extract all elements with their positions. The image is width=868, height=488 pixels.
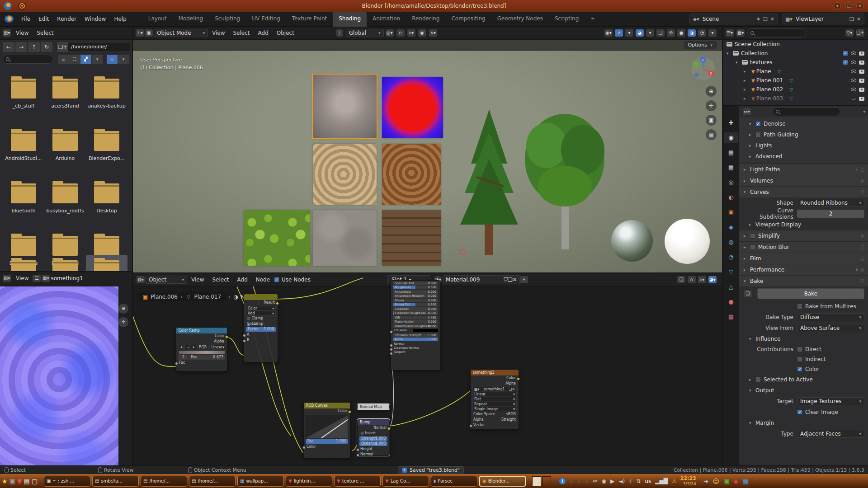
- taskbar-window-button[interactable]: ▤ /home/...: [189, 476, 236, 487]
- shape-dropdown[interactable]: Rounded Ribbons▾: [797, 199, 864, 207]
- bake-section[interactable]: ▾Bake⣿: [739, 275, 868, 286]
- performance-section[interactable]: ▸Performance⠿ ⣿: [739, 264, 868, 275]
- info-tray-icon[interactable]: i: [559, 478, 566, 484]
- up-button[interactable]: ↑: [28, 42, 40, 52]
- outliner-row-plane002[interactable]: ▸▼ Plane.002▽: [723, 85, 868, 94]
- advanced-row[interactable]: ▸Advanced: [739, 151, 868, 162]
- smiley-icon[interactable]: ☺: [713, 478, 720, 485]
- texture-plane-wood-rings-light[interactable]: [313, 144, 377, 205]
- pivot-dropdown[interactable]: ◎▾: [386, 29, 394, 37]
- folder-item[interactable]: acers3fand: [44, 73, 86, 126]
- viewport-canvas[interactable]: User Perspective (1) Collection | Plane.…: [133, 51, 722, 272]
- editor-type-icon[interactable]: ☰▾: [726, 29, 734, 37]
- zoom-icon[interactable]: ⊕: [118, 304, 128, 314]
- path-guiding-checkbox[interactable]: [755, 132, 761, 137]
- taskbar-window-button[interactable]: ◉ Blender...: [479, 476, 526, 487]
- margin-type-dropdown[interactable]: Adjacent Faces▾: [797, 430, 864, 438]
- shading-solid-button[interactable]: ●: [677, 29, 685, 37]
- image-view-menu[interactable]: View: [12, 274, 33, 283]
- forward-button[interactable]: →: [15, 42, 27, 52]
- folder-item[interactable]: _cb_stuff: [3, 73, 44, 126]
- workspace-tab[interactable]: Layout: [142, 12, 173, 27]
- white-sphere[interactable]: [665, 219, 710, 264]
- record-icon[interactable]: ◉: [602, 478, 606, 484]
- direct-checkbox[interactable]: [797, 347, 802, 352]
- light-paths-section[interactable]: ▸Light Paths⠿ ⣿: [739, 164, 868, 175]
- warning-icon[interactable]: ⚠: [672, 478, 677, 484]
- menu-item[interactable]: Object: [273, 28, 298, 38]
- tray-icon[interactable]: ▪: [577, 478, 581, 484]
- selected-to-active-checkbox[interactable]: [755, 377, 761, 382]
- curve-subdivisions-field[interactable]: 2: [797, 210, 864, 218]
- breadcrumb-object[interactable]: Plane.006: [151, 294, 178, 300]
- viewport-display-row[interactable]: ▸Viewport Display: [739, 219, 868, 230]
- file-search-input[interactable]: [3, 55, 53, 64]
- navigation-gizmo[interactable]: Z X: [690, 56, 716, 81]
- menu-launcher[interactable]: ★: [2, 478, 8, 485]
- camera-render-icon[interactable]: [859, 97, 864, 101]
- texture-plane-planks[interactable]: [382, 210, 441, 266]
- workspace-tab[interactable]: Sculpting: [209, 12, 246, 27]
- outliner-row-plane[interactable]: ▸▼ Plane▽: [723, 67, 868, 76]
- denoise-checkbox[interactable]: ✓: [755, 121, 761, 127]
- curve-widget[interactable]: [306, 415, 348, 438]
- editor-launcher[interactable]: ▢: [32, 478, 38, 485]
- pin-icon[interactable]: ✶: [756, 16, 760, 22]
- eye-closed-icon[interactable]: [851, 97, 856, 100]
- proportional-editing-icon[interactable]: ◉: [418, 29, 426, 37]
- visibility-dropdown[interactable]: ◉▾: [604, 29, 613, 37]
- pan-hand-icon[interactable]: ✛: [706, 100, 717, 111]
- falloff-dropdown[interactable]: ∧▾: [429, 29, 437, 37]
- principled-bsdf-node[interactable]: Specular Tint 0.000 Roughness 0.500 Anis…: [391, 280, 440, 371]
- eye-icon[interactable]: [851, 70, 856, 73]
- collection-checkbox[interactable]: ✓: [843, 60, 848, 65]
- taskbar-window-button[interactable]: ▼ Lag Co...: [382, 476, 429, 487]
- color-ramp-node[interactable]: Color Ramp Color Alpha + − ▾ RGB Linear▾…: [176, 327, 227, 371]
- outliner-row-plane003[interactable]: ▸▼ Plane.003▽: [723, 94, 868, 103]
- taskbar-window-button[interactable]: ▦ wallpap...: [237, 476, 284, 487]
- simplify-section[interactable]: ▸ Simplify⣿: [739, 230, 868, 241]
- texture-plane-radial[interactable]: [382, 77, 443, 138]
- thumbnail-view-button[interactable]: ▞: [80, 55, 91, 64]
- editor-type-icon[interactable]: ▧▾: [3, 275, 11, 282]
- camera-render-icon[interactable]: [859, 79, 864, 83]
- overlays-toggle[interactable]: ◕: [636, 29, 644, 37]
- editor-type-icon[interactable]: ▤▾: [3, 29, 11, 37]
- mode-dropdown[interactable]: Object Mode▾: [154, 29, 208, 37]
- taskbar-window-button[interactable]: ▤ /home/...: [141, 476, 187, 487]
- camera-render-icon[interactable]: [859, 88, 864, 92]
- copy-icon[interactable]: ❏: [763, 16, 768, 22]
- editor-type-icon[interactable]: ⊥▾: [136, 29, 144, 37]
- workspace-tab[interactable]: Animation: [367, 12, 406, 27]
- image-name[interactable]: something1: [51, 275, 83, 282]
- updates-icon[interactable]: ➜: [703, 478, 709, 485]
- rollup-button[interactable]: ▾: [834, 2, 841, 9]
- menu-item[interactable]: View: [208, 28, 229, 38]
- overlays-dropdown[interactable]: ▾: [646, 29, 654, 37]
- workspace-tab[interactable]: Compositing: [445, 12, 491, 27]
- camera-render-icon[interactable]: [859, 52, 864, 56]
- xray-toggle[interactable]: ❏: [656, 29, 665, 37]
- file-browser-view-menu[interactable]: View: [12, 28, 33, 38]
- properties-breadcrumb-icon[interactable]: ☷▾: [743, 108, 751, 115]
- motion-blur-checkbox[interactable]: [750, 244, 755, 250]
- signal-icon[interactable]: ▂▅█: [655, 478, 668, 484]
- doc-icon[interactable]: ▦: [742, 478, 748, 485]
- files-launcher[interactable]: ▤: [24, 478, 30, 485]
- bake-button[interactable]: Bake: [757, 288, 864, 299]
- orientation-dropdown[interactable]: Global▾: [346, 29, 384, 37]
- influence-row[interactable]: ▾Influence: [739, 333, 868, 344]
- selected-to-active-row[interactable]: ▸ Selected to Active: [739, 374, 868, 385]
- taskbar-window-button[interactable]: ▼ lightnin...: [286, 476, 332, 487]
- properties-options-dropdown[interactable]: ▾: [863, 109, 865, 114]
- shading-rendered-button[interactable]: ◔: [698, 29, 706, 37]
- volumes-section[interactable]: ▸Volumes⣿: [739, 175, 868, 186]
- menu-item[interactable]: Add: [254, 28, 273, 38]
- grid-toggle-icon[interactable]: ▦: [706, 129, 717, 140]
- folder-item[interactable]: Desktop: [86, 178, 127, 230]
- menu-item[interactable]: Render: [53, 14, 80, 23]
- scissors-icon[interactable]: ✂: [593, 478, 597, 484]
- chrome-sphere[interactable]: [611, 220, 653, 262]
- constraints-tab[interactable]: ▽: [724, 267, 738, 277]
- file-browser-select-menu[interactable]: Select: [33, 28, 57, 38]
